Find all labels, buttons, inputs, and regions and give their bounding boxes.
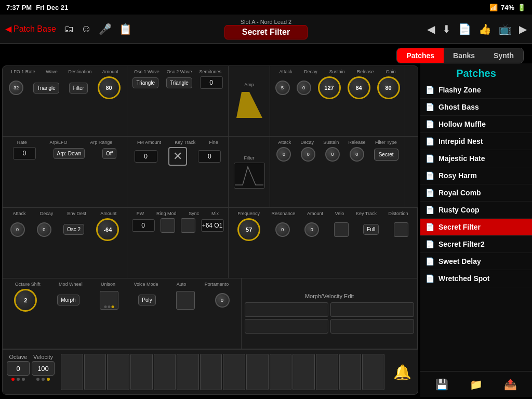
patch-item-hollow-muffle[interactable]: 📄 Hollow Muffle (420, 116, 532, 133)
patch-name-ghost-bass: Ghost Bass (438, 103, 479, 111)
nav-right: ◀ ⬇ 📄 👍 📺 ▶ (427, 23, 527, 35)
env-attack-knob[interactable]: 0 (10, 222, 25, 237)
env-amount-knob[interactable]: -64 (96, 218, 119, 241)
patch-list: 📄 Flashy Zone 📄 Ghost Bass 📄 Hollow Muff… (420, 82, 532, 371)
port-knob[interactable]: 0 (215, 293, 230, 308)
key-12[interactable] (316, 354, 338, 390)
f-decay-knob[interactable]: 0 (301, 147, 315, 162)
download-icon[interactable]: ⬇ (442, 23, 451, 35)
prev-icon[interactable]: ◀ (427, 23, 435, 35)
f-release-knob[interactable]: 0 (350, 147, 364, 162)
wave-button[interactable]: Triangle (33, 83, 59, 94)
f-sustain-knob[interactable]: 0 (325, 147, 340, 162)
patch-item-ghost-bass[interactable]: 📄 Ghost Bass (420, 99, 532, 116)
tab-patches[interactable]: Patches (397, 48, 444, 63)
freq-knob[interactable]: 57 (237, 218, 260, 241)
lfo-amount-knob[interactable]: 80 (98, 76, 121, 99)
filter-main-labels: Frequency Resonance Amount Velo Key Trac… (232, 211, 414, 216)
compare-icon[interactable]: 📺 (499, 23, 512, 35)
mod-wheel-label: Mod Wheel (59, 282, 83, 287)
key-7[interactable] (200, 354, 222, 390)
key-11[interactable] (292, 354, 315, 390)
patch-item-intrepid-nest[interactable]: 📄 Intrepid Nest (420, 133, 532, 150)
patch-name-majestic-hate: Majestic Hate (438, 154, 485, 163)
new-icon[interactable]: 📄 (458, 23, 471, 35)
tab-synth[interactable]: Synth (484, 48, 523, 63)
save-icon[interactable]: 💾 (435, 378, 448, 391)
row-3: Attack Decay Env Dest Amount 0 0 Osc 2 (3, 208, 418, 278)
share-icon[interactable]: 📤 (504, 378, 517, 391)
ring-mod-toggle[interactable] (161, 218, 175, 233)
amp-gain-knob[interactable]: 80 (377, 76, 400, 99)
env-decay-knob[interactable]: 0 (37, 222, 51, 237)
key-1[interactable] (61, 354, 83, 390)
patch-name-intrepid-nest: Intrepid Nest (438, 137, 483, 145)
amp-release-knob[interactable]: 84 (348, 76, 370, 99)
voice-ctrls: 2 Morph Poly 0 (6, 289, 238, 312)
amp-envelope-display (236, 89, 262, 121)
mix-label: Mix (211, 211, 219, 216)
patch-item-flashy-zone[interactable]: 📄 Flashy Zone (420, 82, 532, 99)
mv-cell-2 (330, 302, 414, 317)
patch-name-hollow-muffle: Hollow Muffle (438, 120, 486, 128)
dest-button[interactable]: Filter (69, 83, 88, 94)
patch-item-wretched-spot[interactable]: 📄 Wretched Spot (420, 270, 532, 287)
add-folder-icon[interactable]: 📁 (470, 378, 483, 391)
bell-icon[interactable]: 🔔 (393, 364, 411, 381)
sync-toggle[interactable] (181, 218, 195, 233)
face-icon[interactable]: ☺ (81, 23, 91, 35)
amp-decay-knob[interactable]: 0 (297, 81, 311, 95)
patch-item-secret-filter2[interactable]: 📄 Secret Filter2 (420, 236, 532, 253)
osc1-wave-button[interactable]: Triangle (132, 77, 158, 88)
amp-attack-knob[interactable]: 5 (275, 81, 290, 95)
amp-sustain-knob[interactable]: 127 (318, 76, 341, 99)
sidebar: Patches 📄 Flashy Zone 📄 Ghost Bass 📄 Hol… (420, 63, 532, 397)
slot-label: Slot A - Nord Lead 2 (224, 19, 308, 25)
fm-labels: FM Amount Key Track Fine (130, 140, 225, 145)
osc2-wave-button[interactable]: Triangle (166, 77, 192, 88)
key-track-button[interactable]: Full (363, 224, 379, 235)
patch-item-royal-comb[interactable]: 📄 Royal Comb (420, 184, 532, 202)
arp-range-button[interactable]: Off (102, 148, 116, 159)
lfo1-rate-value: 32 (14, 85, 19, 90)
patch-item-rusty-coop[interactable]: 📄 Rusty Coop (420, 202, 532, 219)
auto-knob[interactable] (176, 291, 195, 310)
duplicate-icon[interactable]: 📋 (119, 23, 132, 35)
key-4[interactable] (130, 354, 153, 390)
key-10[interactable] (270, 354, 292, 390)
key-8[interactable] (223, 354, 245, 390)
patch-item-rosy-harm[interactable]: 📄 Rosy Harm (420, 167, 532, 184)
key-9[interactable] (246, 354, 269, 390)
key-13[interactable] (339, 354, 362, 390)
key-14[interactable] (362, 354, 384, 390)
folder-icon[interactable]: 🗂 (63, 23, 74, 35)
arp-lfo-button[interactable]: Arp: Down (54, 148, 85, 159)
lfo-ctrls: 32 Triangle Filter 80 (6, 76, 124, 99)
keyboard[interactable] (59, 350, 387, 394)
res-knob[interactable]: 0 (275, 222, 290, 237)
patch-item-secret-filter[interactable]: 📄 Secret Filter (420, 219, 532, 236)
unison-knob[interactable] (100, 291, 118, 310)
patch-item-sweet-delay[interactable]: 📄 Sweet Delay (420, 253, 532, 270)
record-icon[interactable]: 🎤 (99, 23, 112, 35)
tab-banks[interactable]: Banks (444, 48, 484, 63)
send-icon[interactable]: 👍 (478, 23, 491, 35)
env-dest-button[interactable]: Osc 2 (63, 224, 84, 235)
back-button[interactable]: ◀ Patch Base (5, 24, 56, 34)
mod-wheel-button[interactable]: Morph (57, 295, 79, 305)
voice-mode-label: Voice Mode (134, 282, 158, 287)
filter-amount-knob[interactable]: 0 (304, 222, 319, 237)
f-attack-knob[interactable]: 0 (276, 147, 291, 162)
patch-item-majestic-hate[interactable]: 📄 Majestic Hate (420, 150, 532, 167)
key-2[interactable] (84, 354, 107, 390)
bottom-keyboard-row: Octave 0 Velocity 100 (3, 349, 418, 394)
voice-mode-button[interactable]: Poly (138, 295, 155, 305)
key-6[interactable] (177, 354, 199, 390)
key-3[interactable] (107, 354, 129, 390)
key-5[interactable] (154, 354, 176, 390)
lfo1-rate-knob[interactable]: 32 (9, 81, 23, 95)
filter-type-button[interactable]: Secret (374, 149, 398, 161)
next-icon[interactable]: ▶ (519, 23, 527, 35)
oct-shift-knob[interactable]: 2 (14, 289, 37, 312)
key-track-x[interactable]: ✕ (168, 147, 187, 166)
